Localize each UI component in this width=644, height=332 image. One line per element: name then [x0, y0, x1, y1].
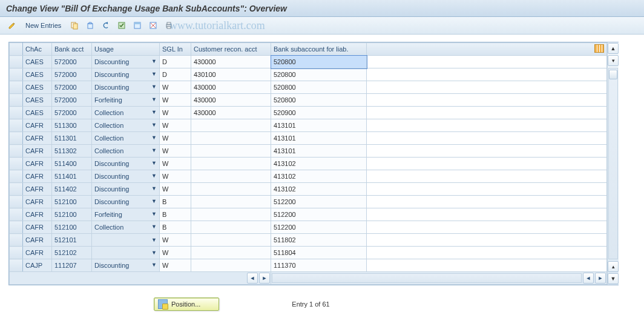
- cell-sub[interactable]: 511802: [271, 234, 367, 247]
- cell-sub[interactable]: 512200: [271, 196, 367, 208]
- deselect-all-icon[interactable]: [147, 19, 159, 32]
- table-row[interactable]: CAES572000Discounting▼W430000520800: [10, 81, 607, 94]
- vscroll-thumb[interactable]: [609, 70, 617, 79]
- cell-sub[interactable]: 413102: [271, 183, 367, 196]
- cell-sub[interactable]: 413101: [271, 145, 367, 158]
- cell-sub[interactable]: 520800: [271, 94, 367, 107]
- table-row[interactable]: CAFR511302Collection▼W413101: [10, 145, 607, 158]
- select-all-header[interactable]: [10, 43, 23, 56]
- dropdown-arrow-icon[interactable]: ▼: [151, 147, 157, 153]
- row-selector[interactable]: [10, 170, 23, 183]
- cell-recon[interactable]: [191, 145, 271, 158]
- cell-bank[interactable]: 572000: [52, 56, 92, 68]
- table-row[interactable]: CAES572000Discounting▼D430000520800: [10, 56, 607, 68]
- table-row[interactable]: CAFR512102▼W511804: [10, 247, 607, 259]
- row-selector[interactable]: [10, 259, 23, 272]
- cell-bank[interactable]: 572000: [52, 81, 92, 94]
- vscroll-bottom-btn[interactable]: ▼: [608, 273, 619, 284]
- row-selector[interactable]: [10, 132, 23, 145]
- dropdown-arrow-icon[interactable]: ▼: [151, 122, 157, 128]
- cell-recon[interactable]: [191, 132, 271, 145]
- cell-chac[interactable]: CAFR: [23, 170, 52, 183]
- cell-recon[interactable]: [191, 158, 271, 170]
- cell-sgl[interactable]: W: [160, 107, 191, 119]
- dropdown-arrow-icon[interactable]: ▼: [151, 71, 157, 77]
- col-header-recon[interactable]: Customer recon. acct: [191, 43, 271, 56]
- cell-recon[interactable]: 430000: [191, 81, 271, 94]
- cell-chac[interactable]: CAES: [23, 107, 52, 119]
- cell-sgl[interactable]: W: [160, 234, 191, 247]
- cell-sgl[interactable]: W: [160, 259, 191, 272]
- vscroll-top-btn[interactable]: ▲: [608, 43, 619, 54]
- vscroll-track[interactable]: [608, 68, 618, 259]
- dropdown-arrow-icon[interactable]: ▼: [151, 160, 157, 166]
- cell-bank[interactable]: 572000: [52, 68, 92, 81]
- hscroll-left2-btn[interactable]: ◄: [583, 273, 594, 284]
- row-selector[interactable]: [10, 56, 23, 68]
- cell-usage[interactable]: Collection▼: [92, 221, 160, 234]
- col-header-usage[interactable]: Usage: [92, 43, 160, 56]
- cell-chac[interactable]: CAFR: [23, 208, 52, 221]
- cell-bank[interactable]: 511402: [52, 183, 92, 196]
- table-row[interactable]: CAES572000Collection▼W430000520900: [10, 107, 607, 119]
- table-row[interactable]: CAFR512100Discounting▼B512200: [10, 196, 607, 208]
- cell-bank[interactable]: 512102: [52, 247, 92, 259]
- cell-sub[interactable]: 413102: [271, 158, 367, 170]
- position-button[interactable]: Position...: [154, 297, 219, 311]
- table-row[interactable]: CAFR512100Forfeiting▼B512200: [10, 208, 607, 221]
- cell-usage[interactable]: Collection▼: [92, 119, 160, 132]
- table-row[interactable]: CAJP111207Discounting▼W111370: [10, 259, 607, 272]
- cell-recon[interactable]: 430000: [191, 107, 271, 119]
- hscroll-left-btn[interactable]: ◄: [247, 273, 258, 284]
- vscroll-down-btn[interactable]: ▴: [608, 261, 619, 272]
- cell-chac[interactable]: CAES: [23, 68, 52, 81]
- row-selector[interactable]: [10, 158, 23, 170]
- hscroll-track[interactable]: [272, 273, 582, 283]
- select-block-icon[interactable]: [131, 19, 143, 32]
- cell-chac[interactable]: CAES: [23, 81, 52, 94]
- cell-sgl[interactable]: W: [160, 119, 191, 132]
- toggle-display-change-icon[interactable]: [6, 19, 18, 32]
- cell-recon[interactable]: 430000: [191, 56, 271, 68]
- row-selector[interactable]: [10, 145, 23, 158]
- cell-chac[interactable]: CAES: [23, 94, 52, 107]
- cell-bank[interactable]: 512101: [52, 234, 92, 247]
- table-row[interactable]: CAFR511402Discounting▼W413102: [10, 183, 607, 196]
- row-selector[interactable]: [10, 196, 23, 208]
- cell-bank[interactable]: 512100: [52, 221, 92, 234]
- table-row[interactable]: CAFR511400Discounting▼W413102: [10, 158, 607, 170]
- dropdown-arrow-icon[interactable]: ▼: [151, 224, 157, 230]
- cell-chac[interactable]: CAJP: [23, 259, 52, 272]
- cell-bank[interactable]: 572000: [52, 107, 92, 119]
- cell-usage[interactable]: Discounting▼: [92, 170, 160, 183]
- col-header-config[interactable]: [367, 43, 607, 56]
- cell-recon[interactable]: [191, 221, 271, 234]
- dropdown-arrow-icon[interactable]: ▼: [151, 237, 157, 243]
- cell-bank[interactable]: 511301: [52, 132, 92, 145]
- cell-chac[interactable]: CAFR: [23, 183, 52, 196]
- row-selector[interactable]: [10, 81, 23, 94]
- vscroll-up-btn[interactable]: ▾: [608, 55, 619, 66]
- cell-usage[interactable]: Discounting▼: [92, 196, 160, 208]
- dropdown-arrow-icon[interactable]: ▼: [151, 198, 157, 204]
- cell-chac[interactable]: CAFR: [23, 158, 52, 170]
- cell-chac[interactable]: CAES: [23, 56, 52, 68]
- table-row[interactable]: CAES572000Discounting▼D430100520800: [10, 68, 607, 81]
- cell-sub[interactable]: 520800: [271, 68, 367, 81]
- dropdown-arrow-icon[interactable]: ▼: [151, 134, 157, 141]
- col-header-bank[interactable]: Bank acct: [52, 43, 92, 56]
- select-all-icon[interactable]: [116, 19, 128, 32]
- cell-usage[interactable]: ▼: [92, 247, 160, 259]
- cell-recon[interactable]: [191, 208, 271, 221]
- cell-bank[interactable]: 511302: [52, 145, 92, 158]
- dropdown-arrow-icon[interactable]: ▼: [151, 250, 157, 256]
- cell-bank[interactable]: 512100: [52, 196, 92, 208]
- cell-sub[interactable]: 413101: [271, 132, 367, 145]
- cell-recon[interactable]: [191, 183, 271, 196]
- cell-usage[interactable]: Discounting▼: [92, 259, 160, 272]
- row-selector[interactable]: [10, 68, 23, 81]
- table-row[interactable]: CAFR511401Discounting▼W413102: [10, 170, 607, 183]
- dropdown-arrow-icon[interactable]: ▼: [151, 211, 157, 217]
- cell-sgl[interactable]: D: [160, 56, 191, 68]
- cell-sgl[interactable]: B: [160, 196, 191, 208]
